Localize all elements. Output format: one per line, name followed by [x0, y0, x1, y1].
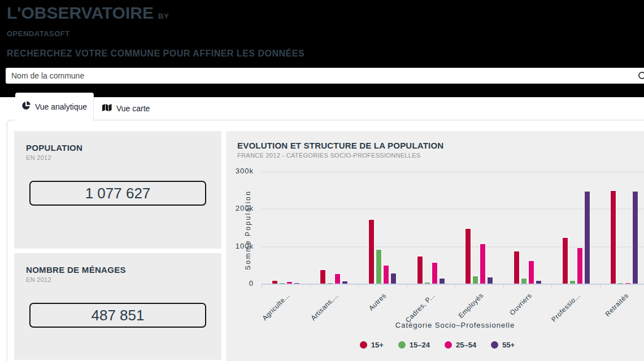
brand-name: OPENDATASOFT [7, 29, 70, 38]
x-category-label: Artisans,... [309, 292, 340, 322]
x-category-label: Employés [456, 292, 485, 320]
bar[interactable] [279, 282, 285, 284]
bar[interactable] [569, 280, 576, 284]
bar[interactable] [294, 282, 300, 284]
app-title-text: L'OBSERVATOIRE [7, 3, 154, 22]
bar-group [358, 219, 407, 284]
tab-vue-carte[interactable]: Vue carte [102, 97, 150, 120]
bar[interactable] [521, 278, 527, 284]
bar[interactable] [320, 269, 326, 284]
chart-subtitle: FRANCE 2012 - CATÉGORIES SOCIO-PROFESSIO… [237, 152, 420, 159]
search-input[interactable] [6, 68, 644, 84]
bar[interactable] [272, 280, 278, 284]
bar[interactable] [439, 278, 445, 284]
x-category-label: Autres [367, 292, 388, 312]
chart-legend: 15+15–2425–5455+ [226, 341, 644, 349]
y-tick-label: 200k [236, 203, 254, 214]
app-header: L'OBSERVATOIREBY OPENDATASOFT RECHERCHEZ… [0, 0, 644, 97]
bar[interactable] [480, 243, 486, 284]
bar-group [310, 269, 359, 284]
bar[interactable] [417, 256, 423, 284]
x-category-label: Retraités [603, 292, 630, 318]
map-icon [102, 103, 112, 114]
bar[interactable] [584, 191, 590, 284]
bar[interactable] [327, 282, 333, 284]
bar-plot [262, 171, 644, 284]
bar[interactable] [562, 237, 568, 284]
bar[interactable] [514, 251, 520, 284]
bar[interactable] [472, 276, 478, 284]
tab-vue-analytique[interactable]: Vue analytique [15, 93, 94, 120]
pie-chart-icon [21, 101, 31, 112]
x-category-label: Ouvriers [508, 292, 533, 317]
bar[interactable] [536, 280, 542, 284]
bar-group [455, 228, 504, 284]
bar-group [407, 256, 455, 284]
bar[interactable] [432, 262, 438, 284]
legend-item[interactable]: 25–54 [445, 341, 476, 349]
x-category-label: Professio... [550, 292, 582, 324]
tab-label: Vue analytique [35, 102, 87, 111]
y-axis-ticks: 0100k200k300k [226, 131, 258, 301]
legend-dot [360, 341, 367, 349]
bar-group [503, 251, 552, 284]
legend-item[interactable]: 15–24 [398, 341, 430, 349]
y-tick-label: 0 [249, 279, 254, 289]
bar[interactable] [465, 228, 471, 284]
bar-group [262, 280, 310, 284]
search-prompt: RECHERCHEZ VOTRE COMMUNE POUR AFFINER LE… [7, 49, 304, 59]
bar-group [600, 190, 644, 284]
bar[interactable] [577, 247, 583, 284]
bar-group [552, 191, 601, 284]
menages-card: NOMBRE DE MÉNAGES EN 2012 487 851 [14, 253, 221, 360]
bar[interactable] [610, 190, 616, 284]
legend-dot [491, 341, 498, 349]
bar[interactable] [368, 219, 375, 284]
population-structure-chart-panel: EVOLUTION ET STRUCTURE DE LA POPULATION … [226, 131, 644, 361]
card-title: POPULATION [14, 131, 221, 153]
legend-item[interactable]: 55+ [491, 341, 515, 349]
legend-item[interactable]: 15+ [360, 341, 384, 349]
legend-label: 15–24 [410, 341, 430, 349]
x-axis-title: Catégorie Socio–Professionelle [262, 321, 644, 329]
bar[interactable] [383, 265, 389, 284]
y-tick-label: 300k [236, 166, 254, 176]
bar[interactable] [632, 191, 638, 284]
legend-dot [445, 341, 452, 349]
bar[interactable] [342, 281, 348, 284]
card-title: NOMBRE DE MÉNAGES [14, 253, 221, 275]
bar[interactable] [528, 260, 534, 284]
magnifier-icon[interactable] [638, 71, 644, 85]
bar[interactable] [617, 282, 624, 284]
bar[interactable] [625, 282, 631, 284]
card-subtitle: EN 2012 [14, 153, 221, 161]
bar[interactable] [487, 277, 493, 284]
legend-label: 55+ [502, 341, 515, 349]
menages-value: 487 851 [29, 303, 206, 328]
bar[interactable] [334, 273, 341, 284]
population-card: POPULATION EN 2012 1 077 627 [14, 131, 221, 249]
bar[interactable] [424, 282, 430, 284]
bar[interactable] [376, 249, 382, 284]
legend-label: 15+ [371, 341, 384, 349]
app-title-suffix: BY [158, 12, 169, 20]
population-value: 1 077 627 [29, 181, 206, 206]
bar[interactable] [390, 273, 397, 284]
y-tick-label: 100k [236, 241, 254, 251]
chart-title: EVOLUTION ET STRUCTURE DE LA POPULATION [237, 141, 443, 150]
tab-label: Vue carte [116, 104, 150, 113]
legend-label: 25–54 [456, 341, 476, 349]
x-category-label: Agriculte... [260, 292, 291, 322]
bar[interactable] [286, 281, 293, 284]
legend-dot [398, 341, 406, 349]
app-title: L'OBSERVATOIREBY [7, 3, 169, 23]
card-subtitle: EN 2012 [14, 275, 221, 283]
x-category-label: Cadres, P... [404, 292, 437, 324]
